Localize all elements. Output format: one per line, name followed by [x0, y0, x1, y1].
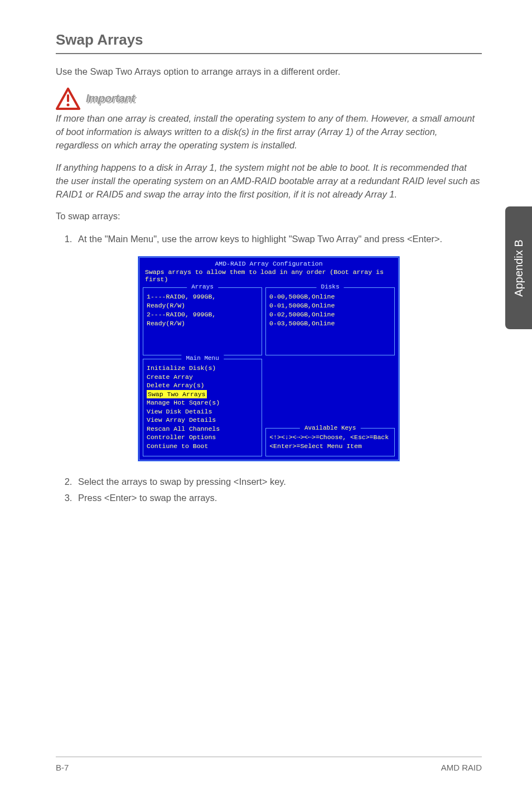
menu-item-delete[interactable]: Delete Array(s) — [147, 381, 258, 390]
menu-item-controller-options[interactable]: Controller Options — [147, 433, 258, 442]
arrays-panel-title: Arrays — [187, 283, 218, 290]
intro-text: Use the Swap Two Arrays option to arrang… — [56, 65, 482, 79]
to-swap-label: To swap arrays: — [56, 210, 482, 223]
important-callout: Important — [56, 88, 482, 110]
steps-list-1: At the "Main Menu", use the arrow keys t… — [56, 232, 482, 246]
menu-item-view-array[interactable]: View Array Details — [147, 416, 258, 425]
step-2: Select the arrays to swap by pressing <I… — [75, 475, 482, 489]
page-title: Swap Arrays — [56, 31, 482, 54]
array-row: 1----RAID0, 999GB, Ready(R/W) — [147, 292, 258, 310]
available-keys-line-2: <Enter>=Select Menu Item — [269, 442, 391, 451]
available-keys-title: Available Keys — [300, 424, 360, 432]
menu-item-rescan[interactable]: Rescan All Channels — [147, 425, 258, 434]
bios-header: AMD-RAID Array Configuration — [143, 260, 395, 267]
footer-page-number: B-7 — [56, 763, 69, 772]
menu-item-continue-boot[interactable]: Contiune to Boot — [147, 442, 258, 451]
important-paragraph-2: If anything happens to a disk in Array 1… — [56, 161, 482, 201]
bios-screen: AMD-RAID Array Configuration Swaps array… — [138, 256, 400, 461]
step-1: At the "Main Menu", use the arrow keys t… — [75, 232, 482, 246]
menu-item-create[interactable]: Create Array — [147, 373, 258, 382]
disks-panel-title: Disks — [317, 283, 344, 290]
page-footer: B-7 AMD RAID — [56, 757, 482, 772]
array-row: 2----RAID0, 999GB, Ready(R/W) — [147, 310, 258, 328]
svg-point-2 — [67, 103, 70, 106]
disk-row: 0-03,500GB,Online — [269, 319, 391, 328]
step-3: Press <Enter> to swap the arrays. — [75, 491, 482, 505]
menu-item-view-disk[interactable]: View Disk Details — [147, 407, 258, 416]
main-menu-panel: Main Menu Initialize Disk(s) Create Arra… — [143, 359, 262, 456]
main-menu-title: Main Menu — [181, 355, 223, 362]
menu-item-manage-hot-spare[interactable]: Manage Hot Sqare(s) — [147, 398, 258, 407]
warning-icon — [56, 88, 80, 110]
menu-item-initialize[interactable]: Initialize Disk(s) — [147, 364, 258, 373]
available-keys-line-1: <↑><↓><→><←>=Choose, <Esc>=Back — [269, 433, 391, 442]
side-tab: Appendix B — [505, 206, 532, 329]
arrays-panel: Arrays 1----RAID0, 999GB, Ready(R/W) 2--… — [143, 287, 262, 355]
svg-rect-1 — [67, 94, 69, 102]
bios-sub: Swaps arrays to allow them to load in an… — [145, 268, 395, 283]
disk-row: 0-02,500GB,Online — [269, 310, 391, 319]
important-paragraph-1: If more than one array is created, insta… — [56, 112, 482, 152]
important-label: Important — [86, 92, 135, 105]
disk-row: 0-01,500GB,Online — [269, 301, 391, 310]
disks-panel: Disks 0-00,500GB,Online 0-01,500GB,Onlin… — [265, 287, 395, 355]
menu-item-swap-two-arrays[interactable]: Swap Two Arrays — [147, 390, 207, 399]
side-tab-label: Appendix B — [512, 239, 525, 296]
footer-section: AMD RAID — [441, 763, 482, 772]
available-keys-panel: Available Keys <↑><↓><→><←>=Choose, <Esc… — [265, 428, 395, 456]
disk-row: 0-00,500GB,Online — [269, 292, 391, 301]
steps-list-2: Select the arrays to swap by pressing <I… — [56, 475, 482, 505]
